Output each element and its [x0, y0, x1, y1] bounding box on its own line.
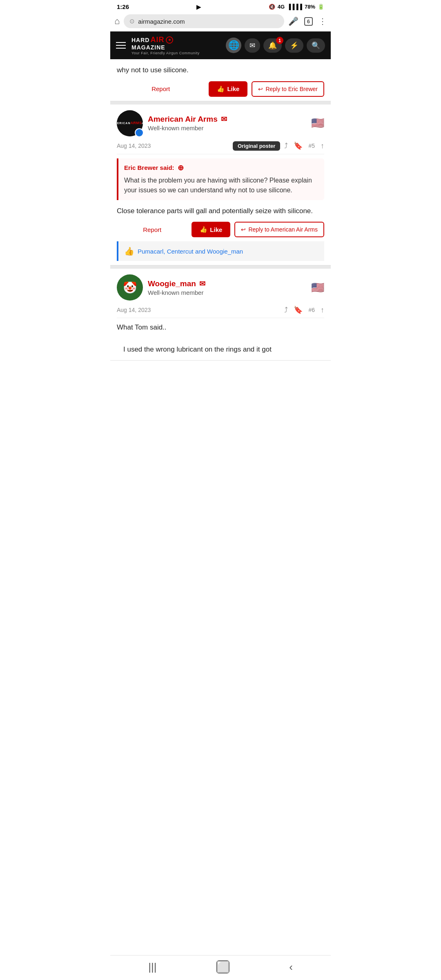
american-reply-label: Reply to American Air Arms [248, 226, 318, 233]
woogie-post: 🤡 Woogie_man ✉ Well-known member 🇺🇸 Aug … [110, 269, 331, 361]
woogie-user-header: 🤡 Woogie_man ✉ Well-known member 🇺🇸 [117, 274, 324, 301]
woogie-avatar-wrap: 🤡 [117, 274, 143, 301]
nav-actions: 🌐 ✉ 🔔 1 ⚡ 🔍 [226, 38, 325, 53]
quote-up-icon: ⊕ [178, 163, 184, 172]
quote-author-text: Eric Brewer said: [124, 164, 174, 171]
american-flag: 🇺🇸 [311, 117, 324, 129]
mail-button[interactable]: ✉ [245, 38, 260, 53]
likes-names: Pumacarl, Centercut and Woogie_man [138, 248, 243, 255]
woogie-mail-icon[interactable]: ✉ [199, 279, 205, 288]
post-divider-1 [110, 101, 331, 105]
eric-like-button[interactable]: 👍 Like [209, 81, 247, 97]
woogie-bookmark-icon[interactable]: 🔖 [294, 305, 303, 314]
woogie-avatar: 🤡 [117, 274, 143, 301]
brand-magazine: MAGAZINE [131, 44, 200, 51]
mail-icon: ✉ [249, 41, 255, 50]
american-like-icon: 👍 [200, 226, 207, 233]
eric-reply-button[interactable]: ↩ Reply to Eric Brewer [252, 81, 324, 97]
american-name-text: American Air Arms [148, 115, 218, 124]
like-thumb-icon: 👍 [217, 85, 225, 93]
upvote-icon[interactable]: ↑ [321, 142, 324, 150]
american-air-arms-post: AMERICAN ARMS AIR 👤 American Air Arms ✉ … [110, 105, 331, 266]
hamburger-menu[interactable] [116, 42, 126, 49]
search-icon: 🔍 [312, 41, 320, 50]
signal-icon: ▐▐▐▐ [287, 4, 302, 10]
target-icon [166, 36, 173, 44]
woogie-body-text: What Tom said.. [117, 322, 324, 333]
eric-report-button[interactable]: Report [117, 85, 205, 92]
american-like-label: Like [210, 226, 222, 233]
battery-icon: 🔋 [318, 4, 324, 10]
network-label: 4G [278, 4, 285, 10]
bookmark-icon[interactable]: 🔖 [294, 141, 303, 150]
meta-icons: ⤴ 🔖 #5 ↑ [284, 141, 324, 150]
status-icons: 🔇 4G ▐▐▐▐ 78% 🔋 [269, 4, 324, 10]
american-username: American Air Arms ✉ [148, 115, 306, 124]
lightning-icon: ⚡ [290, 41, 298, 50]
browser-home-icon[interactable]: ⌂ [114, 16, 120, 27]
brand-air: AIR [150, 36, 164, 44]
op-badge: Original poster [233, 141, 280, 151]
eric-brewer-post-section: why not to use silicone. Report 👍 Like ↩… [110, 59, 331, 101]
woogie-name-text: Woogie_man [148, 279, 196, 288]
url-text: airmagazine.com [138, 18, 185, 25]
american-like-button[interactable]: 👍 Like [192, 222, 230, 237]
american-reply-button[interactable]: ↩ Reply to American Air Arms [234, 222, 324, 237]
bell-icon: 🔔 [268, 41, 277, 50]
user-avatar[interactable]: 🌐 [226, 38, 241, 53]
post-divider-2 [110, 265, 331, 269]
eric-reply-label: Reply to Eric Brewer [265, 86, 318, 92]
brand-sub: Your Fair, Friendly Airgun Community [131, 51, 200, 55]
woogie-role: Well-known member [148, 289, 306, 296]
tab-count[interactable]: 6 [304, 17, 313, 26]
american-user-info: American Air Arms ✉ Well-known member [148, 115, 306, 131]
browser-bar: ⌂ ⊙ airmagazine.com 🎤 6 ⋮ [110, 12, 331, 31]
woogie-flag: 🇺🇸 [311, 281, 324, 294]
american-user-header: AMERICAN ARMS AIR 👤 American Air Arms ✉ … [117, 110, 324, 136]
woogie-user-info: Woogie_man ✉ Well-known member [148, 279, 306, 296]
brand-logo: HARD AIR MAGAZINE Your Fair, Friendly Ai… [131, 36, 200, 55]
search-button[interactable]: 🔍 [307, 38, 325, 53]
woogie-username: Woogie_man ✉ [148, 279, 306, 288]
lightning-button[interactable]: ⚡ [285, 38, 303, 53]
browser-icons: 🎤 6 ⋮ [288, 16, 327, 26]
woogie-upvote-icon[interactable]: ↑ [321, 306, 324, 314]
like-label: Like [227, 85, 239, 92]
american-reply-icon: ↩ [241, 226, 246, 233]
notification-badge: 1 [276, 37, 283, 44]
american-report-button[interactable]: Report [117, 226, 187, 233]
nav-bar: HARD AIR MAGAZINE Your Fair, Friendly Ai… [110, 31, 331, 59]
share-icon[interactable]: ⤴ [284, 142, 288, 150]
status-time: 1:26 [117, 3, 129, 10]
quote-author: Eric Brewer said: ⊕ [124, 163, 318, 172]
american-mail-icon[interactable]: ✉ [221, 115, 227, 124]
likes-thumb-icon: 👍 [124, 246, 134, 256]
quote-text: What is the problem you are having with … [124, 176, 318, 195]
online-badge: 👤 [135, 128, 144, 137]
woogie-post-date: Aug 14, 2023 [117, 307, 196, 313]
woogie-post-number: #6 [308, 307, 315, 313]
woogie-meta-icons: ⤴ 🔖 #6 ↑ [284, 305, 324, 314]
american-post-actions: Report 👍 Like ↩ Reply to American Air Ar… [117, 222, 324, 237]
quote-block: Eric Brewer said: ⊕ What is the problem … [117, 158, 324, 200]
notifications-button[interactable]: 🔔 1 [263, 38, 282, 53]
eric-post-actions: Report 👍 Like ↩ Reply to Eric Brewer [117, 81, 324, 97]
eric-post-text: why not to use silicone. [117, 65, 324, 76]
reply-icon: ↩ [258, 86, 263, 92]
url-bar[interactable]: ⊙ airmagazine.com [124, 14, 284, 28]
status-bar: 1:26 ▶ 🔇 4G ▐▐▐▐ 78% 🔋 [110, 0, 331, 12]
american-post-date: Aug 14, 2023 [117, 143, 229, 149]
likes-row: 👍 Pumacarl, Centercut and Woogie_man [117, 241, 324, 261]
brand: HARD AIR MAGAZINE Your Fair, Friendly Ai… [131, 36, 220, 55]
url-security-icon: ⊙ [129, 18, 135, 25]
brand-hard: HARD [131, 37, 149, 43]
woogie-partial-text: I used the wrong lubricant on the rings … [117, 339, 324, 356]
post-number: #5 [308, 143, 315, 149]
battery-label: 78% [305, 4, 315, 10]
woogie-share-icon[interactable]: ⤴ [284, 306, 288, 314]
more-icon[interactable]: ⋮ [318, 16, 327, 26]
microphone-icon[interactable]: 🎤 [288, 16, 298, 26]
mute-icon: 🔇 [269, 4, 275, 10]
american-avatar-wrap: AMERICAN ARMS AIR 👤 [117, 110, 143, 136]
youtube-icon: ▶ [196, 4, 201, 10]
